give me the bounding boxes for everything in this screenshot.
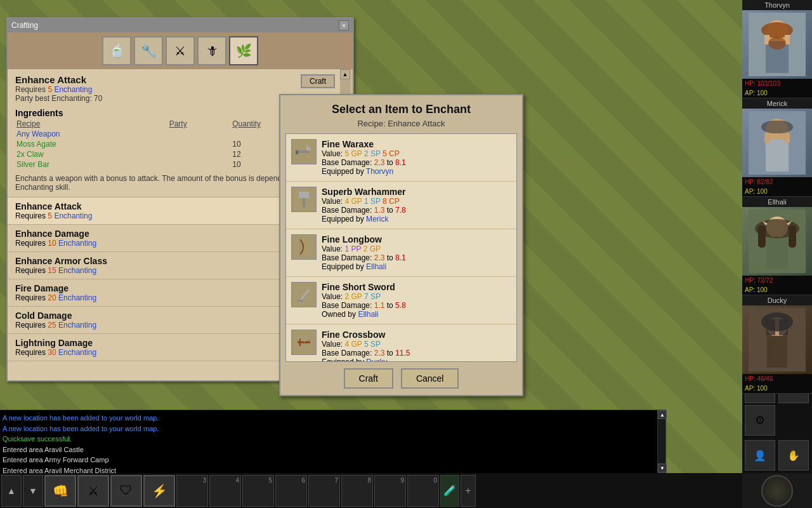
recipe-name: Enhance Attack xyxy=(15,74,332,85)
log-scroll-up[interactable]: ▲ xyxy=(658,410,667,419)
portrait-thorvyn xyxy=(742,10,812,79)
waraxe-value: Value: 5 GP 2 SP 5 CP xyxy=(322,149,406,158)
gear-icon-btn[interactable]: ⚙ xyxy=(745,405,775,436)
enchant-item-waraxe[interactable]: Fine Waraxe Value: 5 GP 2 SP 5 CP Base D… xyxy=(286,134,516,182)
crafting-titlebar: Crafting × xyxy=(8,18,353,32)
ellhali-hp-label: HP: xyxy=(745,277,757,284)
longbow-value: Value: 1 PP 2 GP xyxy=(322,244,406,253)
svg-rect-27 xyxy=(766,237,788,269)
slot-3[interactable]: 3 xyxy=(176,475,208,507)
shortsword-damage: Base Damage: 1.1 to 5.8 xyxy=(322,301,406,310)
enchant-item-warhammer[interactable]: Superb Warhammer Value: 4 GP 1 SP 8 CP B… xyxy=(286,182,516,229)
enchant-dialog-title: Select an Item to Enchant xyxy=(280,95,522,119)
enchant-cancel-button[interactable]: Cancel xyxy=(401,368,459,389)
craft-button[interactable]: Craft xyxy=(301,74,335,88)
enchant-item-longbow[interactable]: Fine Longbow Value: 1 PP 2 GP Base Damag… xyxy=(286,229,516,277)
ducky-stats: HP: 46/46 xyxy=(742,374,812,384)
slot-6[interactable]: 6 xyxy=(275,475,307,507)
ducky-ap-label: AP: xyxy=(745,385,757,392)
party-member-ellhali: Ellhali HP: 72/72 AP: xyxy=(742,197,812,295)
ing-any-weapon: Any Weapon xyxy=(16,130,60,138)
merick-hp: 82/82 xyxy=(757,178,773,185)
enchant-craft-button[interactable]: Craft xyxy=(344,368,393,389)
longbow-name: Fine Longbow xyxy=(322,234,406,244)
ing-moss-agate: Moss Agate xyxy=(16,140,56,149)
enchant-item-crossbow[interactable]: Fine Crossbow Value: 4 GP 5 SP Base Dama… xyxy=(286,324,516,362)
warhammer-name: Superb Warhammer xyxy=(322,187,406,197)
enchant-item-shortsword[interactable]: Fine Short Sword Value: 2 GP 7 SP Base D… xyxy=(286,277,516,324)
attack-btn[interactable]: 👊 xyxy=(44,475,76,507)
shield-btn[interactable]: 🛡 xyxy=(110,475,142,507)
ducky-ap: 100 xyxy=(757,385,768,392)
crossbow-damage: Base Damage: 2.3 to 11.5 xyxy=(322,349,410,358)
svg-rect-38 xyxy=(779,319,788,335)
nature-icon: 🌿 xyxy=(236,43,252,58)
special-btn[interactable]: ⚡ xyxy=(143,475,175,507)
party-name-merick: Merick xyxy=(742,98,812,109)
bottom-action-bar: ▲ ▼ 👊 ⚔ 🛡 ⚡ 3 4 5 6 7 8 9 0 🧪 + xyxy=(0,473,742,508)
slot-0[interactable]: 0 xyxy=(407,475,439,507)
merick-ap: 100 xyxy=(757,188,768,195)
svg-rect-2 xyxy=(296,150,298,154)
potion-slot[interactable]: 🧪 xyxy=(440,475,459,507)
nav-up-btn[interactable]: ▲ xyxy=(1,475,22,507)
shortsword-owner: Owned by Ellhali xyxy=(322,310,406,319)
portrait-ellhali xyxy=(742,207,812,276)
log-entry: Entered area Aravil Merchant District xyxy=(3,465,664,474)
longbow-owner: Equipped by Ellhali xyxy=(322,262,406,271)
party-panel: Thorvyn HP: 103/103 AP: 100 xyxy=(742,0,812,394)
log-entry: Entered area Army Forward Camp xyxy=(3,455,664,465)
smithing-icon: 🔧 xyxy=(141,43,157,58)
sword-btn[interactable]: ⚔ xyxy=(77,475,109,507)
enchant-dialog: Select an Item to Enchant Recipe: Enhanc… xyxy=(279,94,523,396)
shortsword-name: Fine Short Sword xyxy=(322,282,406,292)
portrait-ducky xyxy=(742,305,812,374)
slot-4[interactable]: 4 xyxy=(209,475,241,507)
player-icon-btn[interactable]: 👤 xyxy=(745,440,775,471)
merick-stats: HP: 82/82 xyxy=(742,177,812,187)
log-scroll-track xyxy=(658,419,665,465)
crossbow-icon xyxy=(291,330,317,355)
tab-weapon[interactable]: ⚔ xyxy=(166,36,195,65)
thorvyn-hp: 103/103 xyxy=(757,80,780,87)
merick-hp-label: HP: xyxy=(745,178,757,185)
svg-rect-24 xyxy=(785,133,790,143)
tab-alchemy[interactable]: 🍵 xyxy=(102,36,131,65)
tab-smithing[interactable]: 🔧 xyxy=(134,36,163,65)
slot-7[interactable]: 7 xyxy=(308,475,340,507)
tab-nature[interactable]: 🌿 xyxy=(229,36,258,65)
merick-ap-row: AP: 100 xyxy=(742,187,812,196)
shortsword-icon xyxy=(291,282,317,307)
shortsword-value: Value: 2 GP 7 SP xyxy=(322,292,406,301)
longbow-icon xyxy=(291,234,317,260)
thorvyn-ap: 100 xyxy=(757,90,768,97)
longbow-damage: Base Damage: 2.3 to 8.1 xyxy=(322,253,406,262)
scroll-up-button[interactable]: ▲ xyxy=(340,69,350,79)
col-recipe: Recipe xyxy=(16,119,168,128)
nav-down-btn[interactable]: ▼ xyxy=(23,475,43,507)
blade-icon: 🗡 xyxy=(206,44,218,58)
longbow-info: Fine Longbow Value: 1 PP 2 GP Base Damag… xyxy=(322,234,406,271)
recipe-requires: Requires 5 Enchanting xyxy=(15,85,332,94)
slot-8[interactable]: 8 xyxy=(341,475,373,507)
crossbow-owner: Equipped by Ducky xyxy=(322,358,410,362)
slot-5[interactable]: 5 xyxy=(242,475,274,507)
svg-point-17 xyxy=(768,37,786,50)
waraxe-icon xyxy=(291,139,317,164)
warhammer-icon xyxy=(291,187,317,212)
waraxe-info: Fine Waraxe Value: 5 GP 2 SP 5 CP Base D… xyxy=(322,139,406,176)
slot-9[interactable]: 9 xyxy=(374,475,406,507)
ellhali-hp: 72/72 xyxy=(757,277,773,284)
hand-icon-btn[interactable]: ✋ xyxy=(778,440,809,471)
add-slot-btn[interactable]: + xyxy=(461,475,476,507)
log-scroll-down[interactable]: ▼ xyxy=(658,464,667,472)
crossbow-name: Fine Crossbow xyxy=(322,330,410,340)
log-entry: A new location has been added to your wo… xyxy=(3,424,664,434)
ducky-portrait-svg xyxy=(749,308,806,371)
warhammer-value: Value: 4 GP 1 SP 8 CP xyxy=(322,197,406,206)
tab-blade[interactable]: 🗡 xyxy=(197,36,226,65)
party-member-ducky: Ducky HP: 46/46 AP: 100 xyxy=(742,295,812,394)
ellhali-ap-label: AP: xyxy=(745,286,757,293)
ducky-ap-row: AP: 100 xyxy=(742,384,812,393)
crafting-close-button[interactable]: × xyxy=(339,20,349,30)
